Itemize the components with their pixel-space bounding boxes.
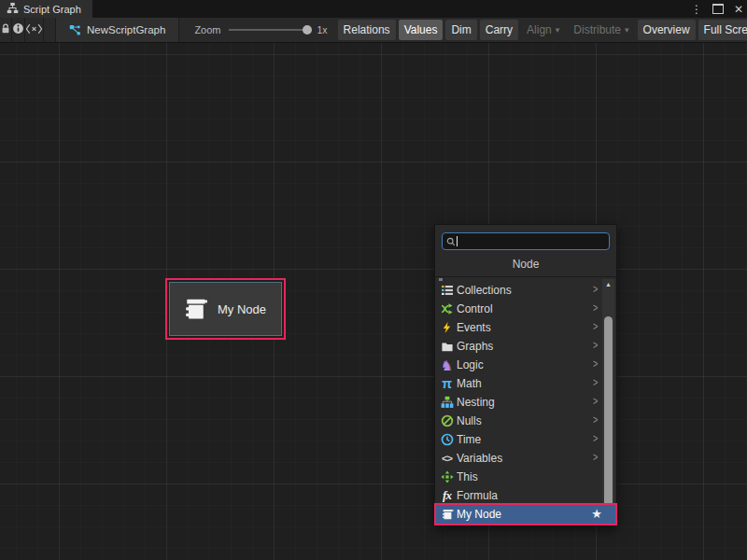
- list-item-this[interactable]: This: [436, 468, 602, 486]
- graphs-icon: [440, 340, 454, 354]
- chevron-right-icon: >: [593, 413, 598, 427]
- list-item-math[interactable]: πMath>: [436, 374, 602, 393]
- scrollbar-thumb[interactable]: [604, 316, 613, 511]
- lock-button[interactable]: [0, 18, 12, 42]
- toolbar-button-label: Relations: [344, 23, 390, 36]
- script-graph-asset-icon: [69, 24, 81, 36]
- zoom-slider[interactable]: [229, 29, 309, 31]
- nulls-icon: [440, 414, 454, 428]
- maximize-icon[interactable]: [712, 4, 724, 14]
- chevron-down-icon: ▾: [625, 25, 629, 35]
- text-caret: [457, 236, 458, 246]
- node-label: My Node: [218, 302, 266, 316]
- zoom-label: Zoom: [194, 24, 220, 35]
- list-item-formula[interactable]: fxFormula: [436, 486, 602, 505]
- variables-icon: <>: [440, 452, 454, 466]
- script-graph-window: Script Graph ⋮ ✕: [0, 0, 747, 560]
- graph-toolbar: NewScriptGraph Zoom 1x RelationsValuesDi…: [0, 18, 747, 43]
- toolbar-button-align: Align▾: [521, 20, 565, 40]
- chevron-right-icon: >: [593, 376, 598, 389]
- popup-scrollbar[interactable]: ▲ ▼: [602, 279, 614, 523]
- graph-name-label: NewScriptGraph: [87, 24, 165, 35]
- search-input[interactable]: [459, 236, 605, 247]
- toolbar-button-label: Dim: [451, 23, 471, 36]
- toolbar-button-label: Overview: [643, 23, 690, 36]
- toolbar-button-overview[interactable]: Overview: [638, 20, 696, 40]
- zoom-control: Zoom 1x: [194, 24, 327, 35]
- popup-list: Collections>Control>Events>Graphs>♞Logic…: [436, 281, 602, 523]
- nesting-icon: [440, 396, 454, 410]
- popup-header: Node: [435, 255, 616, 276]
- toolbar-button-label: Carry: [486, 23, 513, 36]
- tab-script-graph[interactable]: Script Graph: [0, 0, 92, 18]
- info-icon: [12, 21, 24, 38]
- toolbar-button-label: Full Screen: [704, 23, 747, 36]
- unit-node-icon: [440, 508, 454, 522]
- list-item-label: My Node: [457, 508, 501, 521]
- chevron-right-icon: >: [593, 357, 598, 371]
- list-item-my-node[interactable]: My Node★: [436, 505, 615, 524]
- list-item-label: Nulls: [457, 414, 482, 427]
- toolbar-button-distribute: Distribute▾: [568, 20, 634, 40]
- info-button[interactable]: [12, 18, 25, 42]
- list-item-label: Events: [457, 321, 491, 334]
- toolbar-button-label: Values: [404, 23, 438, 36]
- graph-name-button[interactable]: NewScriptGraph: [55, 18, 179, 42]
- list-item-control[interactable]: Control>: [436, 300, 602, 318]
- collections-icon: [440, 284, 454, 298]
- chevron-right-icon: >: [593, 395, 598, 408]
- events-icon: [440, 321, 454, 335]
- control-icon: [440, 302, 454, 316]
- zoom-slider-handle[interactable]: [303, 25, 312, 35]
- this-icon: [440, 470, 454, 484]
- list-item-logic[interactable]: ♞Logic>: [436, 356, 602, 374]
- list-item-label: This: [457, 470, 478, 483]
- list-item-label: Logic: [457, 358, 484, 371]
- graph-hierarchy-icon: [7, 1, 19, 18]
- lock-icon: [0, 21, 11, 38]
- list-item-time[interactable]: Time>: [436, 430, 602, 449]
- unit-node-icon: [182, 296, 208, 322]
- list-item-label: Control: [457, 302, 493, 315]
- search-icon: [446, 237, 456, 246]
- chevron-right-icon: >: [593, 320, 598, 333]
- node-selection-outline: My Node: [165, 278, 286, 340]
- time-icon: [440, 433, 454, 447]
- zoom-value: 1x: [317, 24, 328, 35]
- chevron-down-icon: ▾: [556, 25, 560, 35]
- code-icon: [25, 21, 43, 38]
- list-item-label: Formula: [457, 489, 498, 502]
- chevron-right-icon: >: [593, 432, 598, 445]
- chevron-right-icon: >: [593, 339, 598, 352]
- list-item-nulls[interactable]: Nulls>: [436, 412, 602, 430]
- favorite-star-icon[interactable]: ★: [591, 507, 602, 521]
- tab-label: Script Graph: [23, 4, 81, 15]
- toolbar-button-values[interactable]: Values: [399, 20, 444, 40]
- preview-code-button[interactable]: [25, 18, 44, 42]
- list-item-label: Graphs: [457, 340, 493, 353]
- list-item-label: Time: [457, 433, 481, 446]
- window-menu-icon[interactable]: ⋮: [691, 4, 702, 15]
- list-item-variables[interactable]: <>Variables>: [436, 449, 602, 468]
- close-icon[interactable]: ✕: [734, 4, 743, 15]
- toolbar-button-full-screen[interactable]: Full Screen: [698, 20, 747, 40]
- toolbar-button-label: Distribute: [573, 23, 621, 36]
- list-item-nesting[interactable]: Nesting>: [436, 393, 602, 412]
- my-node-unit[interactable]: My Node: [169, 282, 282, 336]
- toolbar-button-label: Align: [527, 23, 552, 36]
- toolbar-button-relations[interactable]: Relations: [338, 20, 396, 40]
- formula-icon: fx: [440, 489, 454, 503]
- scroll-up-icon[interactable]: ▲: [602, 281, 614, 288]
- logic-icon: ♞: [440, 358, 454, 372]
- search-field[interactable]: [442, 232, 610, 250]
- graph-canvas[interactable]: My Node Node Collec: [0, 43, 747, 560]
- chevron-right-icon: >: [593, 451, 598, 464]
- chevron-right-icon: >: [593, 283, 598, 296]
- list-item-graphs[interactable]: Graphs>: [436, 337, 602, 356]
- tab-strip: Script Graph ⋮ ✕: [0, 0, 747, 18]
- toolbar-button-dim[interactable]: Dim: [445, 20, 476, 40]
- math-icon: π: [440, 377, 454, 391]
- toolbar-button-carry[interactable]: Carry: [480, 20, 518, 40]
- list-item-events[interactable]: Events>: [436, 318, 602, 337]
- list-item-collections[interactable]: Collections>: [436, 281, 602, 300]
